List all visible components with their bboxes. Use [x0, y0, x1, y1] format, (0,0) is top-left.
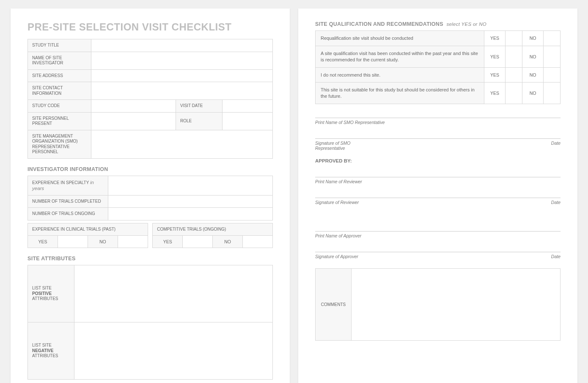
negative-line2: NEGATIVE [32, 348, 53, 353]
qual-no-box-1[interactable] [544, 46, 561, 67]
reviewer-date-label: Date [551, 200, 561, 205]
comments-section: COMMENTS [315, 268, 561, 341]
qual-stmt-3: This site is not suitable for this study… [316, 83, 484, 104]
page-title: PRE-SITE SELECTION VISIT CHECKLIST [27, 21, 273, 33]
label-ongoing-yes: YES [153, 236, 183, 248]
investigator-table: EXPERIENCE IN SPECIALTY in years NUMBER … [27, 176, 273, 220]
field-study-code[interactable] [91, 100, 176, 113]
field-experience-specialty[interactable] [108, 176, 273, 195]
qual-no-label-2: NO [522, 67, 544, 83]
comments-label: COMMENTS [316, 269, 352, 341]
label-experience-specialty-prefix: EXPERIENCE IN SPECIALTY [32, 180, 90, 185]
checkbox-ongoing-no[interactable] [243, 236, 273, 248]
label-role: ROLE [176, 112, 223, 130]
label-experience-specialty: EXPERIENCE IN SPECIALTY in years [28, 176, 108, 195]
label-visit-date: VISIT DATE [176, 100, 223, 113]
basic-info-table: STUDY TITLE NAME OF SITE INVESTIGATOR SI… [27, 39, 273, 159]
field-site-address[interactable] [91, 69, 273, 82]
field-site-contact[interactable] [91, 82, 273, 100]
comments-table: COMMENTS [315, 268, 561, 341]
qual-yes-label-1: YES [484, 46, 506, 67]
page-1: PRE-SITE SELECTION VISIT CHECKLIST STUDY… [11, 8, 290, 383]
sigline-approver-print: Print Name of Approver [315, 231, 561, 238]
qual-yes-label-0: YES [484, 31, 506, 46]
label-study-title: STUDY TITLE [28, 39, 91, 52]
trials-yesno-table: EXPERIENCE IN CLINICAL TRIALS (PAST) COM… [27, 223, 273, 248]
field-trials-completed[interactable] [108, 195, 273, 208]
qual-yes-label-3: YES [484, 83, 506, 104]
qual-stmt-0: Requalification site visit should be con… [316, 31, 484, 46]
label-negative-attributes: LIST SITE NEGATIVE ATTRIBUTES [28, 322, 74, 380]
qual-stmt-1: A site qualification visit has been cond… [316, 46, 484, 67]
checkbox-ongoing-yes[interactable] [183, 236, 213, 248]
sigline-smo-sign: Signature of SMO Representative Date [315, 138, 561, 151]
reviewer-print-label: Print Name of Reviewer [315, 179, 362, 184]
field-negative-attributes[interactable] [74, 322, 273, 380]
positive-line1: LIST SITE [32, 286, 52, 290]
negative-line1: LIST SITE [32, 343, 52, 347]
label-past-no: NO [88, 236, 118, 248]
label-trials-completed: NUMBER OF TRIALS COMPLETED [28, 195, 108, 208]
label-study-code: STUDY CODE [28, 100, 91, 113]
label-past-yes: YES [28, 236, 58, 248]
qual-stmt-2: I do not recommend this site. [316, 67, 484, 83]
heading-investigator-info: INVESTIGATOR INFORMATION [27, 166, 273, 172]
sigline-reviewer-print: Print Name of Reviewer [315, 177, 561, 184]
field-role[interactable] [223, 112, 273, 130]
comments-field[interactable] [352, 269, 561, 341]
document-pages: PRE-SITE SELECTION VISIT CHECKLIST STUDY… [8, 8, 580, 383]
qual-no-box-3[interactable] [544, 83, 561, 104]
field-investigator-name[interactable] [91, 52, 273, 69]
label-competitive-ongoing: COMPETITIVE TRIALS (ONGOING) [153, 223, 273, 236]
qual-yes-label-2: YES [484, 67, 506, 83]
positive-line3: ATTRIBUTES [32, 296, 58, 301]
checkbox-past-yes[interactable] [58, 236, 88, 248]
approver-print-label: Print Name of Approver [315, 233, 361, 238]
approver-date-label: Date [551, 254, 561, 259]
qual-no-label-3: NO [522, 83, 544, 104]
qual-yes-box-3[interactable] [506, 83, 522, 104]
qual-no-label-0: NO [522, 31, 544, 46]
smo-print-label: Print Name of SMO Representative [315, 120, 385, 125]
qual-no-box-0[interactable] [544, 31, 561, 46]
negative-line3: ATTRIBUTES [32, 353, 58, 358]
approved-by-heading: APPROVED BY: [315, 158, 561, 163]
heading-qual-text: SITE QUALIFICATION AND RECOMMENDATIONS [315, 21, 443, 27]
qual-yes-box-0[interactable] [506, 31, 522, 46]
checkbox-past-no[interactable] [118, 236, 148, 248]
label-site-address: SITE ADDRESS [28, 69, 91, 82]
label-trials-ongoing: NUMBER OF TRIALS ONGOING [28, 208, 108, 220]
attributes-table: LIST SITE POSITIVE ATTRIBUTES LIST SITE … [27, 265, 273, 380]
signature-block: Print Name of SMO Representative Signatu… [315, 118, 561, 259]
label-positive-attributes: LIST SITE POSITIVE ATTRIBUTES [28, 265, 74, 322]
reviewer-sign-label: Signature of Reviewer [315, 200, 359, 205]
approver-sign-label: Signature of Approver [315, 254, 358, 259]
field-study-title[interactable] [91, 39, 273, 52]
field-visit-date[interactable] [223, 100, 273, 113]
page-2: SITE QUALIFICATION AND RECOMMENDATIONS s… [298, 8, 577, 383]
label-investigator-name: NAME OF SITE INVESTIGATOR [28, 52, 91, 69]
qual-row-1: A site qualification visit has been cond… [316, 46, 561, 67]
sigline-reviewer-sign: Signature of Reviewer Date [315, 198, 561, 205]
qual-row-0: Requalification site visit should be con… [316, 31, 561, 46]
qual-no-box-2[interactable] [544, 67, 561, 83]
label-ongoing-no: NO [213, 236, 243, 248]
qualification-table: Requalification site visit should be con… [315, 30, 561, 104]
field-trials-ongoing[interactable] [108, 208, 273, 220]
qual-yes-box-1[interactable] [506, 46, 522, 67]
label-site-contact: SITE CONTACT INFORMATION [28, 82, 91, 100]
smo-sign-label: Signature of SMO Representative [315, 141, 379, 151]
field-positive-attributes[interactable] [74, 265, 273, 322]
qual-row-2: I do not recommend this site. YES NO [316, 67, 561, 83]
heading-site-attributes: SITE ATTRIBUTES [27, 256, 273, 262]
smo-date-label: Date [551, 141, 561, 151]
qual-yes-box-2[interactable] [506, 67, 522, 83]
qual-row-3: This site is not suitable for this study… [316, 83, 561, 104]
label-clinical-past: EXPERIENCE IN CLINICAL TRIALS (PAST) [28, 223, 148, 236]
label-personnel-present: SITE PERSONNEL PRESENT [28, 112, 91, 130]
field-smo-rep[interactable] [91, 130, 273, 158]
qual-no-label-1: NO [522, 46, 544, 67]
sigline-smo-print: Print Name of SMO Representative [315, 118, 561, 125]
field-personnel-present[interactable] [91, 112, 176, 130]
heading-qual-hint: select YES or NO [446, 22, 486, 27]
